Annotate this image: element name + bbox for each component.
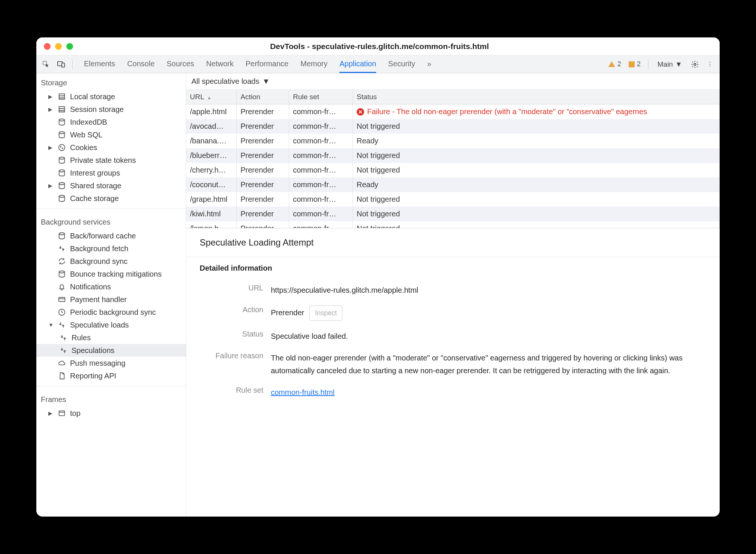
svg-point-13 — [60, 146, 61, 147]
cylinder-icon — [57, 130, 66, 139]
svg-point-17 — [59, 183, 65, 185]
sidebar-item-bg-fetch[interactable]: Background fetch — [36, 242, 186, 255]
svg-point-10 — [59, 119, 65, 121]
tab-sources[interactable]: Sources — [167, 56, 194, 73]
table-row[interactable]: /avocad…Prerendercommon-fr…Not triggered — [186, 119, 720, 134]
sidebar-item-speculations[interactable]: Speculations — [36, 344, 186, 357]
devtools-toolbar: Elements Console Sources Network Perform… — [36, 55, 720, 73]
inspect-button[interactable]: Inspect — [309, 305, 342, 321]
sidebar-item-cache-storage[interactable]: Cache storage — [36, 192, 186, 205]
device-toggle-icon[interactable] — [55, 58, 67, 70]
col-url[interactable]: URL▲ — [186, 90, 237, 104]
sidebar-item-payment[interactable]: Payment handler — [36, 293, 186, 306]
errors-badge[interactable]: 2 — [626, 60, 643, 68]
cylinder-icon — [57, 181, 66, 190]
svg-point-15 — [59, 157, 65, 159]
detail-url-value: https://speculative-rules.glitch.me/appl… — [271, 284, 706, 296]
sidebar-item-top-frame[interactable]: ▶top — [36, 407, 186, 420]
table-row[interactable]: /cherry.h…Prerendercommon-fr…Not trigger… — [186, 163, 720, 177]
cell-url: /lemon.h… — [186, 221, 237, 228]
sidebar-item-bounce[interactable]: Bounce tracking mitigations — [36, 268, 186, 280]
svg-point-12 — [59, 144, 65, 151]
tab-application[interactable]: Application — [339, 56, 376, 73]
sidebar-item-session-storage[interactable]: ▶Session storage — [36, 103, 186, 116]
sync-icon — [57, 244, 66, 253]
cell-status: Not triggered — [353, 221, 720, 228]
table-row[interactable]: /lemon.h…Prerendercommon-fr…Not triggere… — [186, 221, 720, 228]
tab-console[interactable]: Console — [127, 56, 154, 73]
maximize-window[interactable] — [66, 43, 73, 50]
sidebar-item-bf-cache[interactable]: Back/forward cache — [36, 229, 186, 242]
inspect-element-icon[interactable] — [40, 58, 52, 70]
sidebar-item-rules[interactable]: Rules — [36, 331, 186, 344]
sidebar-item-indexeddb[interactable]: IndexedDB — [36, 116, 186, 128]
tab-network[interactable]: Network — [206, 56, 233, 73]
cloud-icon — [57, 359, 66, 368]
svg-point-14 — [62, 148, 63, 149]
table-row[interactable]: /blueberr…Prerendercommon-fr…Not trigger… — [186, 148, 720, 163]
table-row[interactable]: /coconut…Prerendercommon-fr…Ready — [186, 177, 720, 192]
sync-icon — [57, 320, 66, 329]
cell-rule: common-fr… — [289, 148, 353, 163]
sidebar-item-cookies[interactable]: ▶Cookies — [36, 141, 186, 154]
col-action[interactable]: Action — [237, 90, 289, 104]
sidebar-item-web-sql[interactable]: Web SQL — [36, 128, 186, 141]
cell-action: Prerender — [237, 148, 289, 163]
sidebar-group-frames: Frames — [36, 390, 186, 407]
svg-rect-24 — [59, 411, 65, 416]
detail-failure-value: The old non-eager prerender (with a "mod… — [271, 351, 706, 377]
sidebar-item-local-storage[interactable]: ▶Local storage — [36, 90, 186, 103]
cell-url: /avocad… — [186, 119, 237, 134]
tab-security[interactable]: Security — [388, 56, 415, 73]
col-status[interactable]: Status — [353, 90, 720, 104]
sidebar-item-interest-groups[interactable]: Interest groups — [36, 167, 186, 179]
cell-action: Prerender — [237, 177, 289, 192]
tab-elements[interactable]: Elements — [84, 56, 115, 73]
database-icon — [57, 92, 66, 101]
sidebar-item-push-messaging[interactable]: Push messaging — [36, 357, 186, 369]
col-rule[interactable]: Rule set — [289, 90, 353, 104]
sidebar-item-private-state[interactable]: Private state tokens — [36, 154, 186, 167]
table-row[interactable]: /banana.…Prerendercommon-fr…Ready — [186, 134, 720, 148]
gear-icon[interactable] — [689, 58, 701, 70]
cell-rule: common-fr… — [289, 134, 353, 148]
cell-action: Prerender — [237, 134, 289, 148]
warnings-badge[interactable]: 2 — [606, 60, 623, 68]
sidebar-group-bg-services: Background services — [36, 213, 186, 229]
detail-failure-label: Failure reason — [200, 351, 263, 377]
more-vert-icon[interactable]: ⋮ — [704, 58, 716, 70]
cylinder-icon — [57, 118, 66, 127]
sidebar-item-reporting-api[interactable]: Reporting API — [36, 369, 186, 382]
sync-icon — [59, 333, 68, 342]
detail-ruleset-label: Rule set — [200, 386, 263, 399]
tab-performance[interactable]: Performance — [246, 56, 289, 73]
minimize-window[interactable] — [55, 43, 62, 50]
table-row[interactable]: /grape.htmlPrerendercommon-fr…Not trigge… — [186, 192, 720, 207]
table-row[interactable]: /kiwi.htmlPrerendercommon-fr…Not trigger… — [186, 207, 720, 221]
detail-action-value: PrerenderInspect — [271, 305, 706, 321]
cell-action: Prerender — [237, 192, 289, 207]
tab-more-icon[interactable]: » — [427, 56, 431, 73]
cell-status: Not triggered — [353, 163, 720, 177]
cell-status: Not triggered — [353, 148, 720, 163]
cylinder-icon — [57, 231, 66, 240]
sidebar-item-speculative-loads[interactable]: ▼Speculative loads — [36, 319, 186, 331]
detail-ruleset-link[interactable]: common-fruits.html — [271, 388, 335, 396]
svg-rect-9 — [59, 111, 65, 112]
sidebar-item-bg-sync[interactable]: Background sync — [36, 255, 186, 268]
window-title: DevTools - speculative-rules.glitch.me/c… — [73, 42, 686, 51]
sidebar-item-periodic-bg[interactable]: Periodic background sync — [36, 306, 186, 319]
filter-dropdown[interactable]: All speculative loads ▼ — [186, 73, 720, 89]
devtools-tabs: Elements Console Sources Network Perform… — [84, 56, 603, 73]
sidebar-item-notifications[interactable]: Notifications — [36, 280, 186, 293]
cell-action: Prerender — [237, 104, 289, 119]
target-selector[interactable]: Main▼ — [654, 60, 686, 69]
svg-rect-21 — [59, 298, 65, 302]
tab-memory[interactable]: Memory — [300, 56, 327, 73]
table-row[interactable]: /apple.htmlPrerendercommon-fr…✕Failure -… — [186, 104, 720, 119]
cell-rule: common-fr… — [289, 192, 353, 207]
cell-action: Prerender — [237, 207, 289, 221]
svg-rect-6 — [59, 98, 65, 100]
close-window[interactable] — [44, 43, 51, 50]
sidebar-item-shared-storage[interactable]: ▶Shared storage — [36, 179, 186, 192]
